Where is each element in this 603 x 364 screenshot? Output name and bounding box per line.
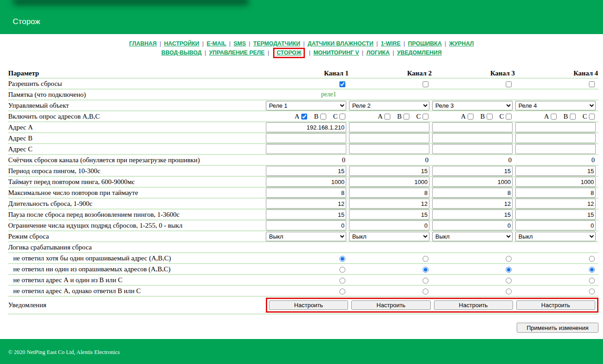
value-input-channel-4[interactable] [515,199,596,209]
reset-logic-radio-channel-1[interactable] [339,289,345,294]
poll-address-А-checkbox-channel-4[interactable] [551,114,557,120]
reset-logic-radio-channel-2[interactable] [423,267,429,273]
select-channel-1[interactable]: Выкл [266,232,346,241]
nav-link-главная[interactable]: ГЛАВНАЯ [129,40,157,47]
reset-logic-radio-channel-2[interactable] [423,256,429,262]
row-label: Максимальное число повторов при таймауте [8,189,266,197]
value-input-channel-1[interactable] [266,199,346,209]
reset-logic-radio-channel-4[interactable] [589,278,595,284]
value-input-channel-2[interactable] [349,199,429,209]
reset-logic-radio-channel-4[interactable] [589,256,595,262]
value-input-channel-3[interactable] [432,209,513,219]
select-channel-4[interactable]: Выкл [515,232,596,241]
value-input-channel-2[interactable] [349,133,429,143]
poll-address-С-checkbox-channel-2[interactable] [423,114,429,120]
poll-address-А-checkbox-channel-2[interactable] [384,114,390,120]
nav-link-e-mail[interactable]: E-MAIL [207,40,226,47]
enable-resets-checkbox-channel-2[interactable] [423,81,429,87]
enable-resets-checkbox-channel-1[interactable] [339,81,345,87]
nav-link-управление-реле[interactable]: УПРАВЛЕНИЕ РЕЛЕ [209,50,264,56]
nav-link-сторож[interactable]: СТОРОЖ [277,50,302,56]
select-channel-2[interactable]: Выкл [349,232,429,241]
poll-address-В-checkbox-channel-3[interactable] [487,114,493,120]
reset-logic-radio-channel-3[interactable] [506,278,512,284]
value-input-channel-4[interactable] [515,220,596,230]
table-row: Максимальное число повторов при таймауте [8,188,598,199]
poll-address-С-checkbox-channel-3[interactable] [506,114,512,120]
value-input-channel-1[interactable] [266,220,346,230]
nav-link-прошивка[interactable]: ПРОШИВКА [408,40,442,47]
reset-logic-radio-channel-3[interactable] [506,256,512,262]
value-input-channel-2[interactable] [349,188,429,198]
value-input-channel-1[interactable] [266,122,346,132]
poll-address-С-checkbox-channel-4[interactable] [589,114,595,120]
select-channel-2[interactable]: Реле 2 [349,101,429,110]
configure-notifications-button-channel-3[interactable]: Настроить [434,300,513,310]
nav-link-1-wire[interactable]: 1-WIRE [381,40,401,47]
select-channel-3[interactable]: Реле 3 [432,101,513,110]
configure-notifications-button-channel-4[interactable]: Настроить [516,300,595,310]
nav-link-ввод-вывод[interactable]: ВВОД-ВЫВОД [161,50,202,56]
nav-link-термодатчики[interactable]: ТЕРМОДАТЧИКИ [253,40,300,47]
reset-logic-radio-channel-1[interactable] [339,278,345,284]
reset-logic-radio-channel-1[interactable] [339,267,345,273]
value-input-channel-4[interactable] [515,177,596,187]
reset-logic-radio-channel-1[interactable] [339,256,345,262]
value-input-channel-3[interactable] [432,220,513,230]
value-input-channel-3[interactable] [432,166,513,176]
apply-changes-button[interactable]: Применить изменения [517,323,598,333]
poll-address-С-checkbox-channel-1[interactable] [339,114,345,120]
select-channel-1[interactable]: Реле 1 [266,101,346,110]
value-input-channel-1[interactable] [266,209,346,219]
value-input-channel-3[interactable] [432,122,513,132]
value-input-channel-1[interactable] [266,144,346,154]
enable-resets-checkbox-channel-4[interactable] [589,81,595,87]
value-input-channel-2[interactable] [349,166,429,176]
value-input-channel-4[interactable] [515,144,596,154]
value-input-channel-2[interactable] [349,220,429,230]
select-channel-4[interactable]: Реле 4 [515,101,596,110]
value-input-channel-2[interactable] [349,177,429,187]
nav-link-sms[interactable]: SMS [234,40,246,47]
value-input-channel-3[interactable] [432,188,513,198]
value-input-channel-2[interactable] [349,122,429,132]
nav-link-мониторинг-v[interactable]: МОНИТОРИНГ V [314,50,359,56]
configure-notifications-button-channel-1[interactable]: Настроить [269,300,348,310]
reset-logic-radio-channel-4[interactable] [589,289,595,294]
reset-logic-radio-channel-2[interactable] [423,289,429,294]
nav-link-журнал[interactable]: ЖУРНАЛ [449,40,474,47]
nav-link-уведомления[interactable]: УВЕДОМЛЕНИЯ [397,50,442,56]
poll-address-А-checkbox-channel-3[interactable] [468,114,473,120]
value-input-channel-1[interactable] [266,188,346,198]
select-channel-3[interactable]: Выкл [432,232,513,241]
value-input-channel-3[interactable] [432,199,513,209]
reset-logic-radio-channel-2[interactable] [423,278,429,284]
nav-link-датчики-влажности[interactable]: ДАТЧИКИ ВЛАЖНОСТИ [308,40,374,47]
value-input-channel-4[interactable] [515,122,596,132]
table-row: Включить опрос адресов А,В,САВСАВСАВСАВС [8,111,598,122]
value-input-channel-4[interactable] [515,133,596,143]
nav-link-настройки[interactable]: НАСТРОЙКИ [164,40,199,47]
value-input-channel-3[interactable] [432,133,513,143]
poll-address-В-checkbox-channel-1[interactable] [320,114,326,120]
value-input-channel-1[interactable] [266,133,346,143]
enable-resets-checkbox-channel-3[interactable] [506,81,512,87]
value-input-channel-1[interactable] [266,166,346,176]
reset-logic-radio-channel-3[interactable] [506,267,512,273]
poll-address-А-checkbox-channel-1[interactable] [301,114,307,120]
value-input-channel-4[interactable] [515,209,596,219]
value-input-channel-2[interactable] [349,209,429,219]
value-input-channel-3[interactable] [432,177,513,187]
configure-notifications-button-channel-2[interactable]: Настроить [351,300,430,310]
nav-separator: | [390,50,397,56]
value-input-channel-2[interactable] [349,144,429,154]
reset-logic-radio-channel-4[interactable] [589,267,595,273]
poll-address-В-checkbox-channel-2[interactable] [404,114,409,120]
nav-link-логика[interactable]: ЛОГИКА [366,50,389,56]
value-input-channel-4[interactable] [515,166,596,176]
reset-logic-radio-channel-3[interactable] [506,289,512,294]
value-input-channel-3[interactable] [432,144,513,154]
poll-address-В-checkbox-channel-4[interactable] [570,114,576,120]
value-input-channel-4[interactable] [515,188,596,198]
value-input-channel-1[interactable] [266,177,346,187]
